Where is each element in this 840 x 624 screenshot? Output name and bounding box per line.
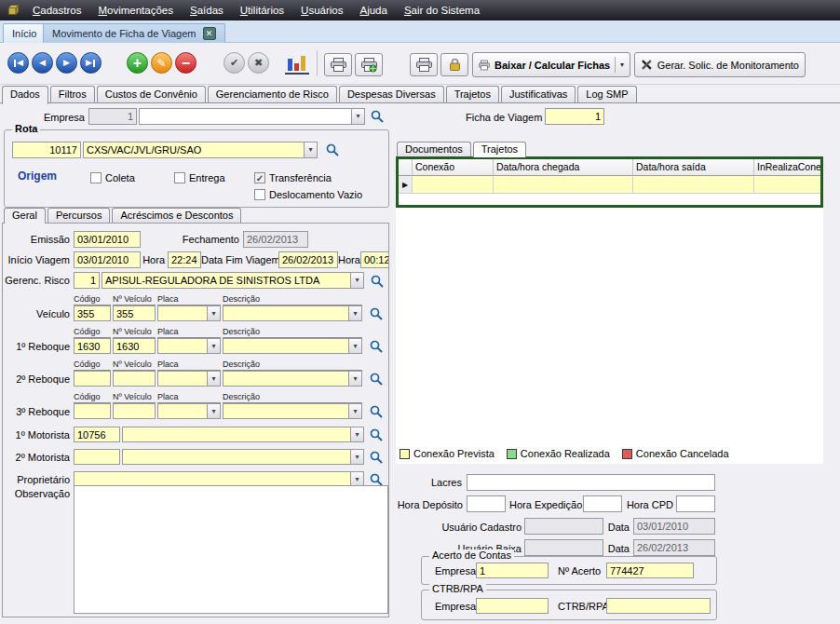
reboque3-descricao-combo[interactable]: ▾ xyxy=(223,403,362,419)
edit-button[interactable]: ✎ xyxy=(151,52,172,74)
tab-gerenciamento-risco[interactable]: Gerenciamento de Risco xyxy=(208,86,337,102)
reboque3-placa-combo[interactable]: ▾ xyxy=(157,403,221,419)
rota-search-button[interactable] xyxy=(322,140,342,159)
reboque2-descricao-combo[interactable]: ▾ xyxy=(223,371,362,387)
column-data-hora-saida[interactable]: Data/hora saída xyxy=(633,159,754,176)
rota-codigo-field[interactable]: 10117 xyxy=(12,142,81,158)
observacao-textarea[interactable] xyxy=(74,485,388,614)
chevron-down-icon[interactable]: ▾ xyxy=(348,339,361,353)
add-button[interactable]: + xyxy=(127,52,148,74)
ctrb-empresa-field[interactable] xyxy=(476,598,549,614)
hora-inicio-field[interactable]: 22:24 xyxy=(168,251,201,268)
gerar-monitoramento-button[interactable]: Gerar. Solic. de Monitoramento xyxy=(634,52,806,77)
tab-percursos[interactable]: Percursos xyxy=(47,208,111,223)
ctrb-rpa-field[interactable] xyxy=(606,598,711,614)
veiculo-numero-field[interactable]: 355 xyxy=(113,305,156,321)
hora-fim-field[interactable]: 00:12 xyxy=(360,251,389,268)
cell-chegada[interactable] xyxy=(494,176,633,194)
menu-cadastros[interactable]: Cadastros xyxy=(24,0,89,20)
hora-cpd-field[interactable] xyxy=(676,495,715,512)
column-inrealizaconex[interactable]: InRealizaConex xyxy=(754,159,820,176)
previous-record-button[interactable]: ◀ xyxy=(32,52,53,74)
veiculo-descricao-combo[interactable]: ▾ xyxy=(223,305,362,321)
tab-filtros[interactable]: Filtros xyxy=(50,86,95,102)
reboque2-numero-field[interactable] xyxy=(113,371,156,387)
chevron-down-icon[interactable]: ▾ xyxy=(207,339,220,353)
checkbox-entrega[interactable] xyxy=(174,172,185,183)
reboque1-search-button[interactable] xyxy=(366,336,386,356)
chart-button[interactable] xyxy=(285,54,309,75)
delete-button[interactable]: − xyxy=(175,52,196,74)
checkbox-coleta[interactable] xyxy=(90,172,102,183)
chevron-down-icon[interactable]: ▾ xyxy=(350,472,363,486)
cancel-button[interactable]: ✖ xyxy=(248,52,269,74)
cell-conexao[interactable] xyxy=(413,176,494,194)
rota-combo[interactable]: CXS/VAC/JVL/GRU/SAO▾ xyxy=(83,142,318,158)
last-record-button[interactable]: ▶ xyxy=(80,52,102,74)
tab-despesas-diversas[interactable]: Despesas Diversas xyxy=(339,86,444,102)
print-secondary-button[interactable] xyxy=(410,53,438,76)
menu-ajuda[interactable]: Ajuda xyxy=(351,0,395,20)
tab-dados[interactable]: Dados xyxy=(2,86,48,104)
data-fim-field[interactable]: 26/02/2013 xyxy=(278,251,338,268)
next-record-button[interactable]: ▶ xyxy=(56,52,77,74)
chevron-down-icon[interactable]: ▾ xyxy=(348,404,361,418)
security-button[interactable] xyxy=(440,53,468,76)
reboque1-codigo-field[interactable]: 1630 xyxy=(74,338,111,354)
ficha-viagem-field[interactable]: 1 xyxy=(545,108,604,125)
menu-utilitarios[interactable]: Utilitários xyxy=(232,0,292,20)
cell-inrealizaconex[interactable] xyxy=(754,176,820,194)
acerto-empresa-field[interactable]: 1 xyxy=(476,563,549,578)
gerenc-risco-combo[interactable]: APISUL-REGULADORA DE SINISTROS LTDA▾ xyxy=(102,272,364,289)
motorista1-combo[interactable]: ▾ xyxy=(122,427,364,442)
chevron-down-icon[interactable]: ▾ xyxy=(620,61,624,69)
emissao-field[interactable]: 03/01/2010 xyxy=(74,231,141,248)
motorista2-combo[interactable]: ▾ xyxy=(122,449,364,465)
tab-documentos[interactable]: Documentos xyxy=(397,142,471,156)
gerenc-risco-codigo-field[interactable]: 1 xyxy=(74,272,100,289)
tab-justificativas[interactable]: Justificativas xyxy=(501,86,576,102)
cell-saida[interactable] xyxy=(633,176,754,194)
veiculo-codigo-field[interactable]: 355 xyxy=(74,305,111,321)
reboque1-descricao-combo[interactable]: ▾ xyxy=(223,338,362,354)
confirm-button[interactable]: ✔ xyxy=(224,52,245,74)
reboque2-codigo-field[interactable] xyxy=(74,371,111,387)
tab-geral[interactable]: Geral xyxy=(4,208,46,224)
menu-movimentacoes[interactable]: Movimentações xyxy=(89,0,182,20)
menu-usuarios[interactable]: Usuários xyxy=(292,0,351,20)
motorista2-search-button[interactable] xyxy=(366,447,386,467)
column-conexao[interactable]: Conexão xyxy=(413,159,494,176)
tab-trajetos-main[interactable]: Trajetos xyxy=(446,86,499,102)
hora-expedicao-field[interactable] xyxy=(583,495,622,512)
tab-trajetos[interactable]: Trajetos xyxy=(473,142,526,157)
chevron-down-icon[interactable]: ▾ xyxy=(207,372,220,386)
empresa-combo[interactable]: ▾ xyxy=(139,108,365,125)
print-export-button[interactable] xyxy=(355,53,383,76)
chevron-down-icon[interactable]: ▾ xyxy=(207,306,220,320)
reboque1-numero-field[interactable]: 1630 xyxy=(113,338,156,354)
gerenc-risco-search-button[interactable] xyxy=(367,271,386,291)
reboque2-search-button[interactable] xyxy=(366,369,386,388)
tab-custos-convenio[interactable]: Custos de Convênio xyxy=(97,86,206,102)
motorista2-codigo-field[interactable] xyxy=(74,449,120,465)
reboque3-codigo-field[interactable] xyxy=(74,403,111,419)
tab-log-smp[interactable]: Log SMP xyxy=(577,86,636,102)
reboque2-placa-combo[interactable]: ▾ xyxy=(157,371,221,387)
tab-movimento-ficha-viagem[interactable]: Movimento de Ficha de Viagem ✕ xyxy=(43,23,225,43)
motorista1-codigo-field[interactable]: 10756 xyxy=(74,427,120,442)
checkbox-deslocamento-vazio[interactable] xyxy=(254,189,265,200)
tab-inicio[interactable]: Início xyxy=(3,23,46,43)
baixar-calcular-button[interactable]: Baixar / Calcular Fichas ▾ xyxy=(472,52,630,77)
chevron-down-icon[interactable]: ▾ xyxy=(348,372,361,386)
print-button[interactable] xyxy=(324,53,352,76)
lacres-field[interactable] xyxy=(467,474,715,491)
veiculo-search-button[interactable] xyxy=(366,304,386,323)
first-record-button[interactable]: ◀ xyxy=(7,52,29,74)
menu-sair-do-sistema[interactable]: Sair do Sistema xyxy=(396,0,488,20)
reboque1-placa-combo[interactable]: ▾ xyxy=(157,338,221,354)
hora-deposito-field[interactable] xyxy=(467,495,506,512)
inicio-viagem-field[interactable]: 03/01/2010 xyxy=(74,251,141,268)
chevron-down-icon[interactable]: ▾ xyxy=(350,273,363,288)
chevron-down-icon[interactable]: ▾ xyxy=(351,109,364,124)
chevron-down-icon[interactable]: ▾ xyxy=(350,450,363,464)
